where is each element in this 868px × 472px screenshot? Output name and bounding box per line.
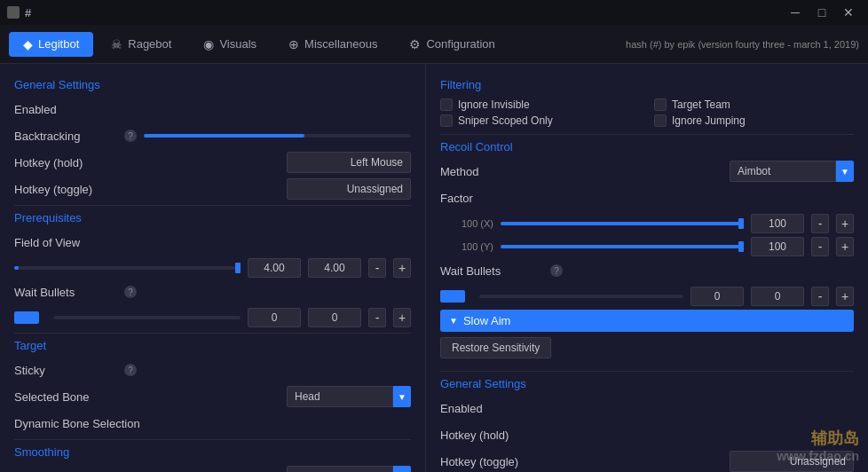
- fov-plus-button[interactable]: +: [393, 258, 411, 278]
- filtering-title: Filtering: [440, 78, 854, 91]
- hotkey-toggle-button[interactable]: Unassigned: [287, 178, 411, 200]
- wait-bullets-label-row: Wait Bullets ?: [14, 281, 411, 303]
- sticky-row: Sticky ?: [14, 359, 411, 381]
- rc-method-arrow[interactable]: ▼: [836, 161, 854, 182]
- backtracking-help-icon[interactable]: ?: [124, 130, 137, 142]
- fov-slider-row: 4.00 4.00 - +: [14, 258, 411, 278]
- wait-bullets-value2[interactable]: 0: [308, 308, 361, 327]
- factor-x-value[interactable]: 100: [751, 214, 804, 233]
- selected-bone-arrow[interactable]: ▼: [393, 386, 411, 407]
- tab-ragebot-label: Ragebot: [128, 37, 171, 51]
- sticky-help-icon[interactable]: ?: [124, 364, 137, 376]
- ignore-invisible-checkbox[interactable]: [440, 98, 453, 111]
- rc-wb-plus-button[interactable]: +: [836, 287, 854, 306]
- factor-x-row: 100 (X) 100 - +: [440, 214, 854, 233]
- tab-visuals[interactable]: ◉ Visuals: [189, 32, 271, 57]
- window-controls: ─ □ ✕: [783, 0, 861, 25]
- tab-miscellaneous[interactable]: ⊕ Miscellaneous: [274, 32, 391, 57]
- enabled-label: Enabled: [14, 103, 121, 116]
- fov-slider-track[interactable]: [14, 266, 241, 270]
- backtracking-row: Backtracking ?: [14, 125, 411, 146]
- target-team-checkbox[interactable]: [654, 98, 667, 111]
- wb-plus-button[interactable]: +: [393, 308, 411, 327]
- fov-label-row: Field of View: [14, 232, 411, 253]
- ragebot-icon: ☠: [111, 37, 122, 51]
- tab-legitbot[interactable]: ◆ Legitbot: [9, 32, 93, 57]
- tab-config-label: Configuration: [426, 37, 494, 51]
- prerequisites-title: Prerequisites: [14, 211, 411, 224]
- minimize-button[interactable]: ─: [783, 0, 808, 25]
- wait-bullets-help-icon[interactable]: ?: [124, 286, 137, 298]
- right-enabled-label: Enabled: [440, 402, 547, 415]
- titlebar-text: #: [25, 6, 31, 20]
- smoothing-title: Smoothing: [14, 445, 411, 459]
- divider-2: [14, 333, 411, 334]
- method-row: Method Linear ▼: [14, 466, 411, 472]
- wait-bullets-slider-row: 0 0 - +: [14, 308, 411, 327]
- tabbar: ◆ Legitbot ☠ Ragebot ◉ Visuals ⊕ Miscell…: [0, 25, 868, 64]
- close-button[interactable]: ✕: [836, 0, 861, 25]
- method-value[interactable]: Linear: [287, 466, 393, 472]
- rc-factor-label-row: Factor: [440, 187, 854, 208]
- rc-wait-bullets-value2[interactable]: 0: [751, 287, 804, 306]
- rc-wait-bullets-label-row: Wait Bullets ?: [440, 260, 854, 281]
- method-arrow[interactable]: ▼: [393, 466, 411, 472]
- hotkey-hold-button[interactable]: Left Mouse: [287, 152, 411, 173]
- rc-y-plus-button[interactable]: +: [836, 237, 854, 256]
- selected-bone-value[interactable]: Head: [287, 386, 393, 407]
- rc-wait-bullets-slider-row: 0 0 - +: [440, 287, 854, 306]
- sniper-scoped-checkbox[interactable]: [440, 114, 453, 127]
- factor-y-value[interactable]: 100: [751, 237, 804, 256]
- fov-minus-button[interactable]: -: [368, 258, 386, 278]
- rc-x-minus-button[interactable]: -: [811, 214, 829, 233]
- misc-icon: ⊕: [288, 37, 299, 51]
- tab-ragebot[interactable]: ☠ Ragebot: [97, 32, 185, 57]
- tab-visuals-label: Visuals: [219, 37, 256, 51]
- ignore-jumping-label: Ignore Jumping: [672, 114, 746, 127]
- divider-r1: [440, 134, 854, 135]
- rc-wait-bullets-track[interactable]: [479, 295, 683, 298]
- right-hotkey-toggle-button[interactable]: Unassigned: [730, 451, 854, 472]
- rc-wait-bullets-help-icon[interactable]: ?: [550, 264, 563, 277]
- rc-method-value[interactable]: Aimbot: [730, 161, 836, 182]
- divider-3: [14, 439, 411, 440]
- sniper-scoped-item: Sniper Scoped Only: [440, 114, 640, 127]
- fov-value2[interactable]: 4.00: [308, 258, 361, 278]
- target-team-item: Target Team: [654, 98, 854, 111]
- rc-wb-minus-button[interactable]: -: [811, 287, 829, 306]
- rc-x-plus-button[interactable]: +: [836, 214, 854, 233]
- rc-y-minus-button[interactable]: -: [811, 237, 829, 256]
- restore-sensitivity-row: Restore Sensitivity: [440, 337, 854, 366]
- hotkey-hold-label: Hotkey (hold): [14, 156, 121, 169]
- right-general-settings-title: General Settings: [440, 377, 854, 390]
- divider-1: [14, 205, 411, 206]
- slow-aim-arrow-icon: ▼: [449, 316, 458, 326]
- ignore-jumping-checkbox[interactable]: [654, 114, 667, 127]
- maximize-button[interactable]: □: [809, 0, 834, 25]
- target-team-label: Target Team: [672, 98, 730, 111]
- hash-info: hash (#) by epik (version fourty three -…: [626, 39, 859, 50]
- ignore-invisible-label: Ignore Invisible: [458, 98, 530, 111]
- right-hotkey-hold-row: Hotkey (hold): [440, 424, 854, 445]
- right-hotkey-toggle-label: Hotkey (toggle): [440, 455, 547, 468]
- app-icon: [7, 6, 20, 19]
- rc-wait-bullets-indicator: [440, 290, 465, 303]
- fov-value1[interactable]: 4.00: [248, 258, 301, 278]
- wait-bullets-value1[interactable]: 0: [248, 308, 301, 327]
- wb-minus-button[interactable]: -: [368, 308, 386, 327]
- fov-label: Field of View: [14, 236, 121, 249]
- wait-bullets-track[interactable]: [53, 316, 241, 319]
- restore-sensitivity-button[interactable]: Restore Sensitivity: [440, 337, 551, 358]
- rc-factor-label: Factor: [440, 192, 547, 205]
- slow-aim-header[interactable]: ▼ Slow Aim: [440, 310, 854, 332]
- factor-x-track[interactable]: [501, 222, 744, 225]
- rc-method-label: Method: [440, 165, 547, 178]
- rc-wait-bullets-value1[interactable]: 0: [690, 287, 744, 306]
- factor-y-row: 100 (Y) 100 - +: [440, 237, 854, 256]
- ignore-jumping-item: Ignore Jumping: [654, 114, 854, 127]
- factor-y-track[interactable]: [501, 245, 744, 248]
- slow-aim-label: Slow Aim: [463, 314, 510, 327]
- tab-configuration[interactable]: ⚙ Configuration: [395, 32, 509, 57]
- wait-bullets-slider-indicator: [14, 311, 39, 324]
- filter-grid: Ignore Invisible Target Team Sniper Scop…: [440, 98, 854, 127]
